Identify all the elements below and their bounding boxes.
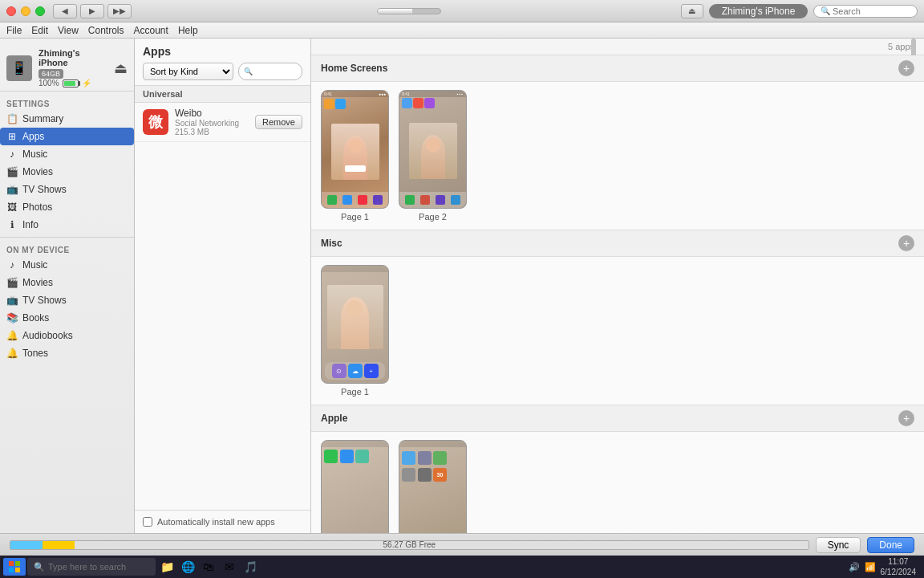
sidebar-item-label: Audiobooks [22,330,73,341]
win-taskbar: 🔍 📁 🌐 🛍 ✉ 🎵 🔊 📶 11:07 6/12/2024 [0,556,924,578]
search-input[interactable] [833,6,910,16]
app-list: 微 Weibo Social Networking 215.3 MB Remov… [135,103,310,510]
sidebar: 📱 Zhiming's iPhone 64GB 100% ⚡ ⏏ Setting… [0,39,135,533]
remove-app-button[interactable]: Remove [255,115,302,129]
sidebar-item-summary[interactable]: 📋 Summary [0,110,134,128]
phone-dock-2 [399,192,466,208]
sync-button[interactable]: Sync [816,537,861,553]
sidebar-item-label: Info [22,219,38,230]
sidebar-item-apps[interactable]: ⊞ Apps [0,128,134,145]
hs-page-label: Page 1 [341,212,369,222]
sidebar-item-device-tvshows[interactable]: 📺 TV Shows [0,291,134,309]
hs-inner[interactable]: Home Screens + 9:41 [311,55,924,533]
search-box[interactable]: 🔍 [813,5,918,18]
taskbar-icon-explorer[interactable]: 📁 [157,558,176,576]
storage-label: 56.27 GB Free [383,540,436,549]
app-category: Social Networking [175,119,249,128]
hs-page[interactable]: 9:41 ●●● [321,90,389,222]
play-button[interactable]: ▶ [80,4,104,18]
back-button[interactable]: ◀ [53,4,77,18]
music-icon: ♪ [6,149,18,160]
menu-controls[interactable]: Controls [88,25,124,36]
eject-device-button[interactable]: ⏏ [114,59,128,77]
apps-search-input[interactable] [253,67,297,76]
photos-icon: 🖼 [6,201,18,213]
sidebar-item-label: TV Shows [22,295,67,306]
auto-install-checkbox[interactable] [143,517,152,527]
sidebar-item-music[interactable]: ♪ Music [0,145,134,163]
sidebar-item-label: Music [22,259,47,271]
hs-page-apple-2[interactable]: 30 [399,440,467,533]
svg-rect-3 [15,568,20,572]
hs-page-misc-1[interactable]: ⊙ ☁ + Page 1 [321,265,389,397]
storage-seg-free [75,541,808,549]
sidebar-item-label: Tones [22,348,48,359]
hs-page[interactable]: 9:41 ▪▪▪ [399,90,467,222]
win-time: 11:07 [881,556,917,567]
taskbar-icon-store[interactable]: 🛍 [199,558,218,576]
apps-search[interactable]: 🔍 [238,63,302,80]
forward-button[interactable]: ▶▶ [107,4,132,18]
menu-help[interactable]: Help [178,25,198,36]
battery-fill [64,81,75,86]
on-device-header: On My Device [0,241,134,256]
device-name-button[interactable]: Zhiming's iPhone [709,4,808,18]
titlebar: ◀ ▶ ▶▶ ⏏ Zhiming's iPhone 🔍 [0,0,924,22]
add-home-screen-button[interactable]: + [898,60,914,76]
battery-icon [63,79,79,88]
sidebar-item-photos[interactable]: 🖼 Photos [0,198,134,216]
eject-button[interactable]: ⏏ [681,4,703,18]
sidebar-item-device-books[interactable]: 📚 Books [0,309,134,327]
scrollbar-area[interactable] [911,39,921,55]
menu-account[interactable]: Account [134,25,168,36]
hs-pages-misc: ⊙ ☁ + Page 1 [311,257,924,405]
sidebar-item-device-tones[interactable]: 🔔 Tones [0,344,134,362]
menu-file[interactable]: File [6,25,22,36]
storage-seg-apps [10,541,43,549]
list-item[interactable]: 微 Weibo Social Networking 215.3 MB Remov… [135,103,310,142]
taskbar-icon-edge[interactable]: 🌐 [178,558,197,576]
battery-row: 100% ⚡ [38,79,107,88]
hs-section-header-misc: Misc + [311,230,924,257]
phone-top-icons [322,97,388,111]
taskbar-icon-itunes[interactable]: 🎵 [241,558,260,576]
menu-edit[interactable]: Edit [31,25,48,36]
done-button[interactable]: Done [867,537,914,553]
hs-page-apple-1[interactable] [321,440,389,533]
tvshows-icon: 📺 [6,184,18,195]
storage-seg-other [43,541,75,549]
battery-percent: 100% [38,79,59,88]
add-misc-screen-button[interactable]: + [898,235,914,251]
sidebar-item-device-audiobooks[interactable]: 🔔 Audiobooks [0,327,134,344]
taskbar-icon-mail[interactable]: ✉ [220,558,239,576]
hs-page-label-misc: Page 1 [341,387,369,397]
maximize-window-button[interactable] [35,6,45,16]
close-window-button[interactable] [6,6,16,16]
add-apple-screen-button[interactable]: + [898,410,914,426]
minimize-window-button[interactable] [21,6,30,16]
device-section: 📱 Zhiming's iPhone 64GB 100% ⚡ ⏏ [0,42,134,92]
hs-section-header-apple: Apple + [311,405,924,432]
sidebar-item-device-music[interactable]: ♪ Music [0,256,134,274]
device-info: Zhiming's iPhone 64GB 100% ⚡ [38,48,107,88]
home-screens-topbar: 5 apps [311,39,924,55]
win-search-icon: 🔍 [34,562,45,572]
sidebar-item-tvshows[interactable]: 📺 TV Shows [0,181,134,198]
menu-view[interactable]: View [58,25,79,36]
win-search-input[interactable] [48,562,149,572]
tray-network-icon: 🔊 [849,562,860,572]
apps-toolbar: Sort by Kind 🔍 [143,63,302,80]
apps-icon: ⊞ [6,131,18,142]
sidebar-item-label: Books [22,312,49,324]
sidebar-item-movies[interactable]: 🎬 Movies [0,163,134,181]
home-screens-panel: 5 apps Home Screens + [311,39,924,533]
win-date: 6/12/2024 [881,567,917,577]
sidebar-item-info[interactable]: ℹ Info [0,216,134,234]
misc-folder: ⊙ ☁ + [325,362,385,380]
start-button[interactable] [3,558,26,576]
main-layout: 📱 Zhiming's iPhone 64GB 100% ⚡ ⏏ Setting… [0,39,924,533]
sidebar-item-label: Photos [22,201,52,213]
sort-select[interactable]: Sort by Kind [143,63,233,80]
win-search-box[interactable]: 🔍 [27,558,156,576]
sidebar-item-device-movies[interactable]: 🎬 Movies [0,274,134,291]
